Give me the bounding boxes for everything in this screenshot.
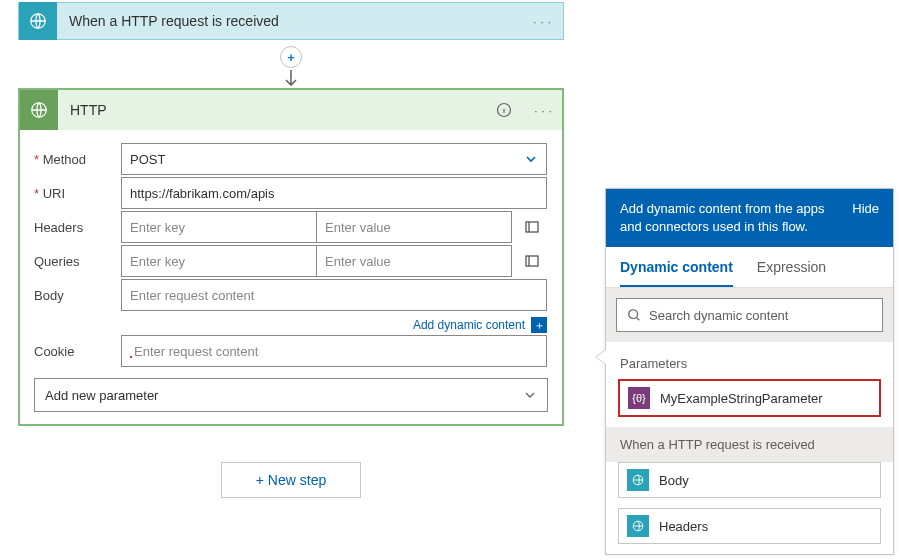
connector: + — [18, 40, 564, 88]
parameter-icon: {θ} — [628, 387, 650, 409]
trigger-title: When a HTTP request is received — [69, 13, 521, 29]
add-step-between-button[interactable]: + — [280, 46, 302, 68]
globe-icon — [20, 90, 58, 130]
switch-mode-icon[interactable] — [524, 253, 540, 269]
label-queries: Queries — [34, 244, 120, 278]
tab-expression[interactable]: Expression — [757, 247, 826, 287]
label-method: Method — [34, 142, 120, 176]
globe-icon — [19, 2, 57, 40]
method-select[interactable]: POST — [121, 143, 547, 175]
hide-button[interactable]: Hide — [852, 200, 879, 218]
info-icon[interactable] — [496, 102, 522, 118]
more-icon[interactable]: · · · — [533, 14, 563, 29]
arrow-down-icon — [284, 70, 298, 88]
label-cookie: Cookie — [34, 334, 120, 368]
add-dynamic-content-link[interactable]: Add dynamic content — [413, 318, 525, 332]
chevron-down-icon — [523, 388, 537, 402]
queries-value-input[interactable]: Enter value — [316, 245, 512, 277]
new-step-button[interactable]: + New step — [221, 462, 361, 498]
queries-key-input[interactable]: Enter key — [121, 245, 317, 277]
fx-icon[interactable]: ＋ — [531, 317, 547, 333]
token-parameter-myexamplestringparameter[interactable]: {θ} MyExampleStringParameter — [618, 379, 881, 417]
globe-icon — [627, 515, 649, 537]
section-parameters: Parameters — [606, 342, 893, 379]
trigger-card[interactable]: When a HTTP request is received · · · — [18, 2, 564, 40]
headers-key-input[interactable]: Enter key — [121, 211, 317, 243]
flyout-pointer — [595, 349, 606, 365]
add-new-parameter-select[interactable]: Add new parameter — [34, 378, 548, 412]
globe-icon — [627, 469, 649, 491]
dynamic-content-search[interactable]: Search dynamic content — [616, 298, 883, 332]
svg-point-5 — [629, 310, 638, 319]
token-body[interactable]: Body — [618, 462, 881, 498]
label-uri: URI — [34, 176, 120, 210]
action-header[interactable]: HTTP · · · — [20, 90, 562, 130]
label-headers: Headers — [34, 210, 120, 244]
label-body: Body — [34, 278, 120, 312]
body-input[interactable]: Enter request content — [121, 279, 547, 311]
uri-input[interactable]: https://fabrikam.com/apis — [121, 177, 547, 209]
http-action-card: HTTP · · · Method POST — [18, 88, 564, 426]
chevron-down-icon — [524, 152, 538, 166]
switch-mode-icon[interactable] — [524, 219, 540, 235]
action-title: HTTP — [70, 102, 484, 118]
dynamic-content-panel: Add dynamic content from the apps and co… — [605, 188, 894, 555]
svg-rect-4 — [526, 256, 538, 266]
dynamic-content-banner: Add dynamic content from the apps and co… — [620, 200, 830, 236]
token-headers[interactable]: Headers — [618, 508, 881, 544]
cookie-input[interactable]: Enter request content — [121, 335, 547, 367]
method-value: POST — [130, 152, 165, 167]
search-icon — [627, 308, 641, 322]
tab-dynamic-content[interactable]: Dynamic content — [620, 247, 733, 287]
svg-rect-3 — [526, 222, 538, 232]
more-icon[interactable]: · · · — [534, 103, 562, 118]
section-trigger: When a HTTP request is received — [606, 427, 893, 462]
headers-value-input[interactable]: Enter value — [316, 211, 512, 243]
